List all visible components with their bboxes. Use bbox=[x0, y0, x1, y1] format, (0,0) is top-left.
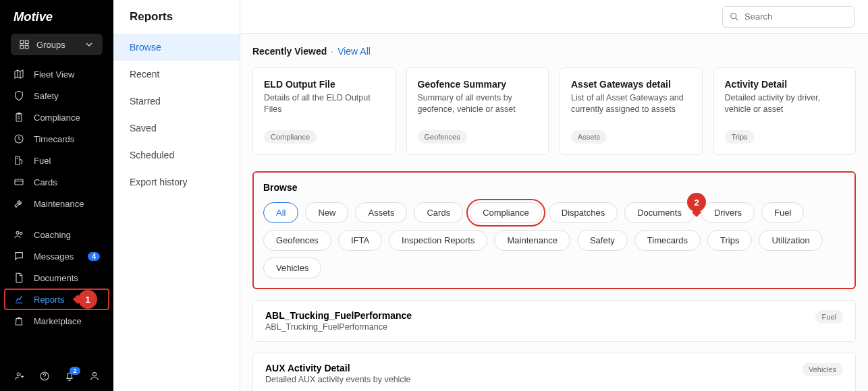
sidebar-item-label: Compliance bbox=[34, 113, 80, 123]
filter-chip-cards[interactable]: Cards bbox=[414, 202, 463, 223]
sidebar-item-maintenance[interactable]: Maintenance bbox=[0, 193, 113, 214]
recent-card[interactable]: Activity DetailDetailed activity by driv… bbox=[713, 67, 857, 155]
card-icon bbox=[13, 177, 24, 187]
sidebar-item-label: Safety bbox=[34, 91, 59, 101]
chat-icon bbox=[13, 251, 24, 262]
sidebar-item-fuel[interactable]: Fuel bbox=[0, 150, 113, 171]
card-title: Activity Detail bbox=[725, 79, 845, 90]
sidebar-item-label: Messages bbox=[34, 251, 74, 262]
sidebar-item-label: Fuel bbox=[34, 156, 51, 166]
card-desc: List of all Asset Gateways and currently… bbox=[571, 92, 691, 122]
subnav-item-saved[interactable]: Saved bbox=[113, 115, 240, 142]
recently-viewed-header: Recently Viewed · View All bbox=[252, 46, 856, 57]
content: Recently Viewed · View All ELD Output Fi… bbox=[240, 34, 868, 391]
shield-icon bbox=[13, 90, 24, 101]
search-icon bbox=[729, 11, 740, 22]
card-title: ELD Output File bbox=[264, 79, 384, 90]
sidebar-item-coaching[interactable]: Coaching bbox=[0, 224, 113, 245]
help-icon[interactable] bbox=[39, 371, 50, 382]
groups-button[interactable]: Groups bbox=[11, 34, 103, 55]
clipboard-icon bbox=[13, 112, 24, 123]
report-row[interactable]: AUX Activity DetailDetailed AUX activity… bbox=[252, 353, 856, 391]
subnav-item-export-history[interactable]: Export history bbox=[113, 169, 240, 196]
doc-icon bbox=[13, 272, 24, 283]
filter-chip-drivers[interactable]: Drivers bbox=[701, 202, 755, 223]
browse-label: Browse bbox=[263, 182, 845, 193]
browse-box: Browse AllNewAssetsCardsComplianceDispat… bbox=[252, 171, 856, 289]
users-icon bbox=[13, 229, 24, 240]
sidebar-item-label: Coaching bbox=[34, 230, 71, 240]
sidebar-item-fleet-view[interactable]: Fleet View bbox=[0, 63, 113, 85]
filter-chip-fuel[interactable]: Fuel bbox=[761, 202, 804, 223]
filter-chip-new[interactable]: New bbox=[305, 202, 348, 223]
bag-icon bbox=[13, 315, 24, 326]
filter-chip-assets[interactable]: Assets bbox=[355, 202, 407, 223]
chevron-down-icon bbox=[84, 39, 94, 50]
topbar: Reports bbox=[240, 0, 868, 34]
subnav-item-browse[interactable]: Browse bbox=[113, 34, 240, 61]
sidebar-item-label: Maintenance bbox=[34, 199, 84, 209]
report-tag: Vehicles bbox=[802, 363, 843, 376]
sidebar-item-label: Reports bbox=[34, 295, 65, 305]
card-tag: Geofences bbox=[418, 130, 467, 144]
recent-card[interactable]: ELD Output FileDetails of all the ELD Ou… bbox=[252, 67, 396, 155]
sidebar-item-messages[interactable]: Messages4 bbox=[0, 245, 113, 267]
sidebar-item-documents[interactable]: Documents bbox=[0, 267, 113, 289]
nav: Fleet ViewSafetyComplianceTimecardsFuelC… bbox=[0, 63, 113, 361]
filter-chip-documents[interactable]: Documents bbox=[624, 202, 695, 223]
card-desc: Summary of all events by geofence, vehic… bbox=[418, 92, 538, 122]
annotation-marker-2: 2 bbox=[687, 193, 706, 212]
sidebar-item-label: Fleet View bbox=[34, 69, 74, 80]
report-row[interactable]: ABL_Trucking_FuelPerformanceABL_Trucking… bbox=[252, 300, 856, 342]
filter-chip-ifta[interactable]: IFTA bbox=[338, 230, 382, 251]
sidebar-item-marketplace[interactable]: Marketplace bbox=[0, 310, 113, 332]
search-wrap bbox=[722, 6, 855, 28]
notifications-icon[interactable]: 2 bbox=[64, 371, 75, 382]
filter-chip-geofences[interactable]: Geofences bbox=[263, 230, 331, 251]
filter-chip-compliance[interactable]: Compliance bbox=[470, 202, 542, 223]
filter-chip-inspection-reports[interactable]: Inspection Reports bbox=[389, 230, 487, 251]
card-tag: Trips bbox=[725, 130, 755, 144]
chart-icon bbox=[13, 294, 24, 305]
svg-text:Motive: Motive bbox=[13, 9, 53, 24]
groups-label: Groups bbox=[36, 40, 65, 50]
filter-chip-safety[interactable]: Safety bbox=[577, 230, 628, 251]
filter-chip-all[interactable]: All bbox=[263, 202, 298, 223]
recent-card[interactable]: Geofence SummarySummary of all events by… bbox=[406, 67, 549, 155]
filter-chip-trips[interactable]: Trips bbox=[707, 230, 752, 251]
recent-card[interactable]: Asset Gateways detailList of all Asset G… bbox=[560, 67, 703, 155]
card-desc: Detailed activity by driver, vehicle or … bbox=[725, 92, 845, 122]
clock-icon bbox=[13, 133, 24, 144]
sidebar-item-cards[interactable]: Cards bbox=[0, 171, 113, 193]
search-input[interactable] bbox=[722, 6, 855, 28]
report-desc: Detailed AUX activity events by vehicle bbox=[265, 375, 410, 384]
sidebar-item-timecards[interactable]: Timecards bbox=[0, 128, 113, 150]
notif-badge: 2 bbox=[70, 367, 80, 375]
account-icon[interactable] bbox=[89, 371, 100, 382]
filter-chip-utilization[interactable]: Utilization bbox=[759, 230, 822, 251]
card-title: Geofence Summary bbox=[418, 79, 538, 90]
view-all-link[interactable]: View All bbox=[337, 46, 371, 57]
filter-chip-dispatches[interactable]: Dispatches bbox=[549, 202, 618, 223]
sidebar: Motive Groups Fleet ViewSafetyCompliance… bbox=[0, 0, 113, 391]
filter-chip-maintenance[interactable]: Maintenance bbox=[494, 230, 570, 251]
main: Reports Recently Viewed · View All ELD O… bbox=[240, 0, 868, 391]
reports-subnav: BrowseRecentStarredSavedScheduledExport … bbox=[113, 0, 240, 391]
card-desc: Details of all the ELD Output Files bbox=[264, 92, 384, 122]
grid-icon bbox=[19, 39, 30, 50]
sidebar-item-compliance[interactable]: Compliance bbox=[0, 107, 113, 128]
sidebar-item-label: Cards bbox=[34, 177, 57, 187]
card-tag: Compliance bbox=[264, 130, 317, 144]
filter-chip-vehicles[interactable]: Vehicles bbox=[263, 258, 321, 278]
subnav-item-recent[interactable]: Recent bbox=[113, 61, 240, 88]
subnav-item-scheduled[interactable]: Scheduled bbox=[113, 142, 240, 169]
map-icon bbox=[13, 69, 24, 80]
filter-row: AllNewAssetsCardsComplianceDispatchesDoc… bbox=[263, 202, 845, 278]
annotation-marker-1: 1 bbox=[78, 290, 97, 309]
subnav-item-starred[interactable]: Starred bbox=[113, 88, 240, 115]
filter-chip-timecards[interactable]: Timecards bbox=[634, 230, 701, 251]
sidebar-item-safety[interactable]: Safety bbox=[0, 85, 113, 107]
report-title: ABL_Trucking_FuelPerformance bbox=[265, 310, 412, 321]
add-user-icon[interactable] bbox=[14, 371, 25, 382]
recent-cards-row: ELD Output FileDetails of all the ELD Ou… bbox=[252, 67, 856, 155]
